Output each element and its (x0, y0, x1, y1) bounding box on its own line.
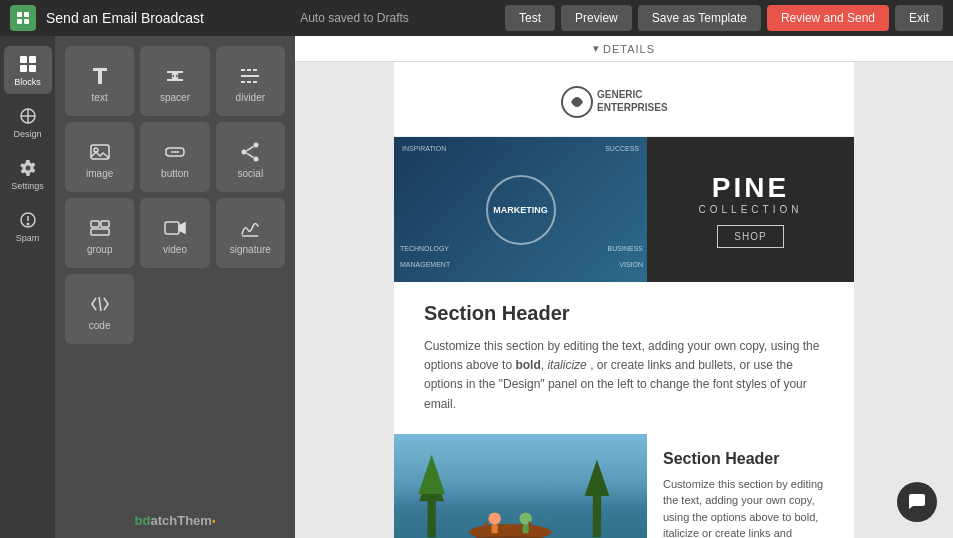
svg-marker-40 (585, 460, 610, 496)
canoe-image (394, 434, 647, 538)
block-button[interactable]: button (140, 122, 209, 192)
sidebar-item-spam-label: Spam (16, 233, 40, 243)
topbar: Send an Email Broadcast Auto saved to Dr… (0, 0, 953, 36)
preview-button[interactable]: Preview (561, 5, 632, 31)
details-icon: ▾ (593, 42, 599, 55)
app-logo (10, 5, 36, 31)
block-video[interactable]: video (140, 198, 209, 268)
block-signature[interactable]: signature (216, 198, 285, 268)
collection-subtitle: COLLECTION (699, 204, 803, 215)
sidebar-item-blocks[interactable]: Blocks (4, 46, 52, 94)
svg-line-32 (99, 297, 101, 311)
svg-rect-27 (91, 221, 99, 227)
svg-text:GENERIC: GENERIC (597, 89, 643, 100)
svg-rect-30 (165, 222, 179, 234)
section1-heading: Section Header (424, 302, 824, 325)
blocks-panel: text spacer divi (55, 36, 295, 538)
sidebar-item-spam[interactable]: Spam (4, 202, 52, 250)
chat-bubble[interactable] (897, 482, 937, 522)
svg-rect-39 (593, 491, 601, 537)
svg-point-9 (25, 165, 30, 170)
canvas-details-bar[interactable]: ▾ DETAILS (295, 36, 953, 62)
svg-point-23 (242, 149, 247, 154)
exit-button[interactable]: Exit (895, 5, 943, 31)
svg-marker-38 (418, 454, 445, 493)
canvas-area: ▾ DETAILS GENERIC ENTERPRISES INSPIRATIO… (295, 36, 953, 538)
section2-image (394, 434, 647, 538)
sidebar-item-blocks-label: Blocks (14, 77, 41, 87)
svg-rect-4 (20, 56, 27, 63)
block-group[interactable]: group (65, 198, 134, 268)
hero-right: PINE COLLECTION SHOP (647, 137, 854, 282)
svg-point-11 (27, 223, 29, 225)
topbar-actions: Test Preview Save as Template Review and… (505, 5, 943, 31)
section2-heading: Section Header (663, 450, 838, 468)
pine-collection-text: PINE COLLECTION (699, 172, 803, 215)
test-button[interactable]: Test (505, 5, 555, 31)
svg-rect-0 (17, 12, 22, 17)
svg-rect-6 (20, 65, 27, 72)
left-nav: Blocks Design Settings Spam (0, 36, 55, 538)
review-send-button[interactable]: Review and Send (767, 5, 889, 31)
svg-rect-29 (91, 229, 109, 235)
block-spacer[interactable]: spacer (140, 46, 209, 116)
block-code[interactable]: code (65, 274, 134, 344)
block-social[interactable]: social (216, 122, 285, 192)
email-body: GENERIC ENTERPRISES INSPIRATION SUCCESS … (394, 62, 854, 538)
block-text[interactable]: text (65, 46, 134, 116)
sidebar-item-settings[interactable]: Settings (4, 150, 52, 198)
email-hero-image: INSPIRATION SUCCESS TECHNOLOGY MANAGEMEN… (394, 137, 854, 282)
email-logo-section: GENERIC ENTERPRISES (394, 62, 854, 137)
shop-button[interactable]: SHOP (717, 225, 783, 248)
svg-rect-43 (492, 525, 498, 533)
svg-rect-36 (428, 496, 436, 537)
main-layout: Blocks Design Settings Spam (0, 36, 953, 538)
page-title: Send an Email Broadcast (46, 10, 204, 26)
svg-line-26 (247, 153, 254, 157)
section2-body: Customize this section by editing the te… (663, 476, 838, 538)
block-image[interactable]: image (65, 122, 134, 192)
section1-italic: italicize (547, 358, 586, 372)
svg-rect-7 (29, 65, 36, 72)
svg-rect-28 (101, 221, 109, 227)
svg-line-25 (247, 146, 254, 150)
brand-logo: bdatchThem• (135, 513, 216, 528)
svg-point-24 (254, 156, 259, 161)
sidebar-item-settings-label: Settings (11, 181, 44, 191)
svg-rect-1 (24, 12, 29, 17)
svg-rect-5 (29, 56, 36, 63)
pine-title: PINE (699, 172, 803, 204)
autosave-status: Auto saved to Drafts (214, 11, 495, 25)
marketing-circle-label: MARKETING (493, 205, 548, 215)
svg-text:ENTERPRISES: ENTERPRISES (597, 102, 668, 113)
svg-rect-3 (24, 19, 29, 24)
svg-point-22 (254, 142, 259, 147)
save-template-button[interactable]: Save as Template (638, 5, 761, 31)
details-label: DETAILS (603, 43, 655, 55)
sidebar-item-design-label: Design (13, 129, 41, 139)
sidebar-item-design[interactable]: Design (4, 98, 52, 146)
svg-rect-45 (523, 525, 529, 533)
blocks-grid: text spacer divi (65, 46, 285, 344)
block-divider[interactable]: divider (216, 46, 285, 116)
section1-bold: bold (515, 358, 540, 372)
email-section-2: Section Header Customize this section by… (394, 434, 854, 538)
section1-body: Customize this section by editing the te… (424, 337, 824, 414)
section2-text: Section Header Customize this section by… (647, 434, 854, 538)
svg-point-42 (488, 512, 500, 524)
email-section-1: Section Header Customize this section by… (394, 282, 854, 434)
hero-left: INSPIRATION SUCCESS TECHNOLOGY MANAGEMEN… (394, 137, 647, 282)
svg-rect-2 (17, 19, 22, 24)
